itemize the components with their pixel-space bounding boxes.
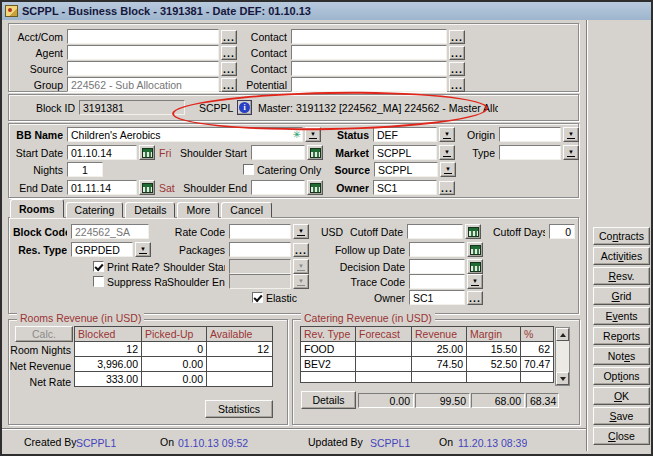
- start-date-calendar-button[interactable]: [139, 145, 155, 160]
- percent-cell[interactable]: 70.47: [520, 356, 554, 372]
- options-button[interactable]: Options: [593, 367, 650, 385]
- statistics-button[interactable]: Statistics: [205, 400, 273, 418]
- details-button[interactable]: Details: [301, 391, 356, 409]
- agent-input[interactable]: [67, 45, 219, 60]
- revenue-cell[interactable]: 74.50: [411, 356, 467, 372]
- margin-cell[interactable]: 15.50: [466, 341, 521, 357]
- end-date-calendar-button[interactable]: [139, 180, 155, 195]
- print-rate-checkbox[interactable]: [93, 261, 104, 272]
- cutoff-date-calendar-button[interactable]: [465, 224, 481, 239]
- packages-lookup-button[interactable]: ...: [293, 243, 309, 257]
- contact3-lookup-button[interactable]: ...: [449, 62, 465, 76]
- contact3-input[interactable]: [291, 61, 447, 76]
- suppress-rate-checkbox[interactable]: [93, 276, 104, 287]
- owner-lookup-button[interactable]: ...: [439, 181, 455, 195]
- contact2-input[interactable]: [291, 45, 447, 60]
- revenue-cell[interactable]: [411, 371, 467, 383]
- save-button[interactable]: Save: [593, 407, 650, 425]
- bb-name-lov-button[interactable]: ▼: [305, 127, 321, 142]
- trace-code-input[interactable]: [409, 274, 465, 289]
- contact1-input[interactable]: [291, 29, 447, 44]
- rev-type-cell[interactable]: BEV2: [300, 356, 356, 372]
- res-type-input[interactable]: GRPDED: [71, 242, 133, 257]
- source2-input[interactable]: SCPPL: [374, 162, 438, 177]
- owner-input[interactable]: SC1: [373, 180, 437, 195]
- start-date-input[interactable]: 01.10.14: [67, 145, 137, 160]
- trace-code-lov-button[interactable]: ▼: [467, 274, 483, 289]
- potential-input[interactable]: [291, 77, 447, 92]
- rooms-revenue-row-labels: Room Nights Net Revenue Net Rate: [9, 343, 71, 391]
- rate-code-input[interactable]: [229, 224, 291, 239]
- tab-cancel[interactable]: Cancel: [221, 202, 272, 218]
- end-date-label: End Date: [13, 182, 63, 194]
- rate-code-lov-button[interactable]: ▼: [293, 224, 309, 239]
- scroll-up-button[interactable]: [556, 328, 569, 341]
- table-row[interactable]: FOOD 25.00 15.50 62: [301, 342, 554, 357]
- elastic-checkbox[interactable]: [252, 292, 263, 303]
- activities-button[interactable]: Activities: [593, 247, 650, 265]
- margin-cell[interactable]: 52.50: [466, 356, 521, 372]
- shoulder-end-calendar-button[interactable]: [307, 180, 323, 195]
- follow-up-date-label: Follow up Date: [319, 244, 405, 256]
- source2-lov-button[interactable]: ▼: [440, 162, 456, 177]
- revenue-cell[interactable]: 25.00: [411, 341, 467, 357]
- margin-cell[interactable]: [466, 371, 521, 383]
- shoulder-start-input[interactable]: [251, 145, 305, 160]
- rev-type-cell[interactable]: [300, 371, 356, 383]
- bb-name-input[interactable]: Children's Aerobics✳: [67, 127, 303, 142]
- type-lov-button[interactable]: ▼: [563, 145, 579, 160]
- forecast-cell[interactable]: [355, 341, 412, 357]
- forecast-cell[interactable]: [355, 356, 412, 372]
- end-date-input[interactable]: 01.11.14: [67, 180, 137, 195]
- market-lov-button[interactable]: ▼: [439, 145, 455, 160]
- grid-button[interactable]: Grid: [593, 287, 650, 305]
- tab-more[interactable]: More: [177, 202, 219, 218]
- owner2-lookup-button[interactable]: ...: [467, 291, 483, 305]
- reports-button[interactable]: Reports: [593, 327, 650, 345]
- follow-up-calendar-button[interactable]: [467, 242, 483, 257]
- catering-only-checkbox[interactable]: [243, 164, 254, 175]
- percent-cell[interactable]: [520, 371, 554, 383]
- ok-button[interactable]: OK: [593, 387, 650, 405]
- origin-input[interactable]: [499, 127, 561, 142]
- shoulder-start-calendar-button[interactable]: [307, 145, 323, 160]
- origin-lov-button[interactable]: ▼: [563, 127, 579, 142]
- decision-date-input[interactable]: [409, 259, 465, 274]
- packages-input[interactable]: [229, 242, 291, 257]
- status-input[interactable]: DEF: [373, 127, 437, 142]
- contracts-button[interactable]: Contracts: [593, 227, 650, 245]
- rev-type-cell[interactable]: FOOD: [300, 341, 356, 357]
- cutoff-days-input[interactable]: 0: [549, 224, 575, 239]
- events-button[interactable]: Events: [593, 307, 650, 325]
- decision-calendar-button[interactable]: [467, 259, 483, 274]
- close-button[interactable]: Close: [593, 427, 650, 445]
- tab-catering[interactable]: Catering: [66, 202, 124, 218]
- owner2-input[interactable]: SC1: [409, 290, 465, 305]
- status-lov-button[interactable]: ▼: [439, 127, 455, 142]
- shoulder-end-input[interactable]: [251, 180, 305, 195]
- calendar-icon: [468, 227, 479, 237]
- source-input[interactable]: [67, 61, 219, 76]
- contact2-lookup-button[interactable]: ...: [449, 46, 465, 60]
- res-type-lov-button[interactable]: ▼: [135, 242, 151, 257]
- tab-details[interactable]: Details: [125, 202, 175, 218]
- market-input[interactable]: SCPPL: [373, 145, 437, 160]
- scroll-down-button[interactable]: [556, 372, 569, 385]
- notes-button[interactable]: Notes: [593, 347, 650, 365]
- tab-rooms[interactable]: Rooms: [10, 199, 64, 218]
- cutoff-date-input[interactable]: [407, 224, 463, 239]
- forecast-cell[interactable]: [355, 371, 412, 383]
- table-row[interactable]: BEV2 74.50 52.50 70.47: [301, 357, 554, 372]
- table-scrollbar[interactable]: [555, 327, 570, 386]
- master-info-button[interactable]: i: [237, 100, 252, 115]
- table-row-empty[interactable]: [301, 372, 554, 383]
- potential-lookup-button[interactable]: ...: [449, 78, 465, 92]
- type-input[interactable]: [499, 145, 561, 160]
- nights-input[interactable]: 1: [67, 162, 103, 177]
- contact1-lookup-button[interactable]: ...: [449, 30, 465, 44]
- acct-com-input[interactable]: [67, 29, 219, 44]
- follow-up-date-input[interactable]: [409, 242, 465, 257]
- resv-button[interactable]: Resv.: [593, 267, 650, 285]
- percent-cell[interactable]: 62: [520, 341, 554, 357]
- column-header: Forecast: [355, 326, 412, 342]
